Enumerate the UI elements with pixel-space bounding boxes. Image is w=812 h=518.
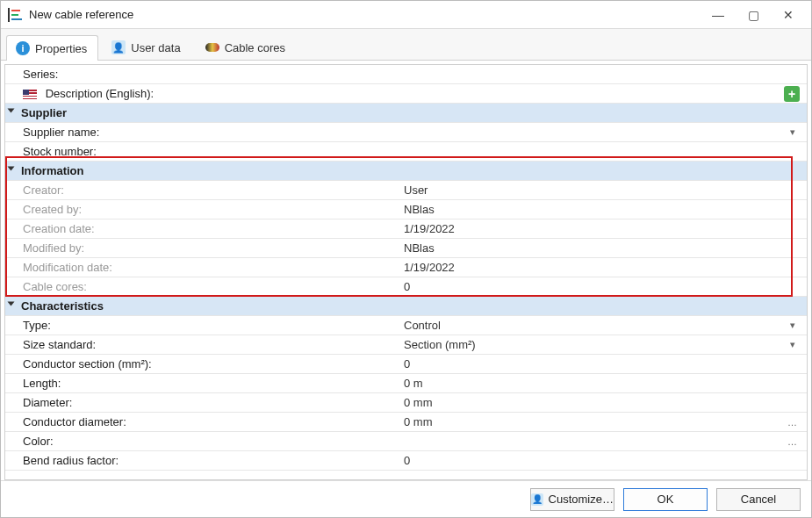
row-bend-radius[interactable]: Bend radius factor: 0 [5,451,807,471]
group-label-characteristics: Characteristics [11,299,388,313]
group-information[interactable]: Information [5,162,807,181]
tab-properties[interactable]: i Properties [6,35,98,61]
value-modification-date: 1/19/2022 [400,261,784,274]
label-created-by: Created by: [23,203,400,216]
label-size-standard: Size standard: [23,338,400,351]
value-size-standard[interactable]: Section (mm²) [400,338,784,351]
row-cable-cores: Cable cores: 0 [5,277,807,297]
value-length[interactable]: 0 m [400,377,784,390]
ok-button[interactable]: OK [623,488,708,511]
row-diameter[interactable]: Diameter: 0 mm [5,393,807,413]
window-title: New cable reference [29,8,701,21]
label-series: Series: [23,68,400,81]
label-creation-date: Creation date: [23,222,400,235]
app-icon [8,8,22,22]
label-length: Length: [23,377,400,390]
row-conductor-section[interactable]: Conductor section (mm²): 0 [5,355,807,374]
maximize-button[interactable]: ▢ [736,3,771,27]
dialog-window: New cable reference — ▢ ✕ i Properties 👤… [0,0,812,518]
tab-bar: i Properties 👤 User data Cable cores [1,29,811,61]
cancel-label: Cancel [741,493,776,506]
row-supplier-name[interactable]: Supplier name: ▾ [5,123,807,142]
dropdown-icon[interactable]: ▾ [784,126,801,138]
value-type[interactable]: Control [400,319,784,332]
value-conductor-diameter[interactable]: 0 mm [400,415,784,428]
dropdown-icon[interactable]: ▾ [784,320,801,331]
collapse-caret-icon [8,109,15,113]
cancel-button[interactable]: Cancel [716,488,801,511]
label-modified-by: Modified by: [23,241,400,255]
tab-label: User data [131,41,180,54]
add-description-button[interactable]: + [784,86,800,102]
property-grid[interactable]: Series: Description (English): + Supplie… [5,65,807,479]
label-conductor-section: Conductor section (mm²): [23,357,400,371]
close-button[interactable]: ✕ [771,3,806,27]
user-icon: 👤 [531,493,543,506]
label-creator: Creator: [23,183,400,197]
row-color[interactable]: Color: … [5,432,807,451]
value-diameter[interactable]: 0 mm [400,396,784,409]
tab-cable-cores[interactable]: Cable cores [196,34,297,60]
row-modified-by: Modified by: NBlas [5,239,807,258]
row-series[interactable]: Series: [5,65,807,84]
row-modification-date: Modification date: 1/19/2022 [5,258,807,277]
minimize-button[interactable]: — [701,3,736,27]
label-diameter: Diameter: [23,396,400,409]
row-created-by: Created by: NBlas [5,200,807,219]
ok-label: OK [658,493,674,506]
user-icon: 👤 [111,40,126,54]
group-label-supplier: Supplier [11,106,388,119]
collapse-caret-icon [8,167,15,171]
row-creator: Creator: User [5,181,807,200]
row-description[interactable]: Description (English): + [5,84,807,104]
group-label-information: Information [11,164,388,177]
value-conductor-section[interactable]: 0 [400,357,784,371]
titlebar: New cable reference — ▢ ✕ [1,1,811,29]
collapse-caret-icon [8,302,15,306]
dialog-footer: 👤 Customize… OK Cancel [1,480,811,517]
tab-user-data[interactable]: 👤 User data [102,34,191,60]
label-stock-number: Stock number: [23,145,400,158]
row-conductor-diameter[interactable]: Conductor diameter: 0 mm … [5,413,807,432]
label-modification-date: Modification date: [23,261,400,274]
value-created-by: NBlas [400,203,784,216]
flag-us-icon [23,90,37,99]
label-color: Color: [23,435,400,448]
value-modified-by: NBlas [400,241,784,255]
row-length[interactable]: Length: 0 m [5,374,807,393]
label-conductor-diameter: Conductor diameter: [23,415,400,428]
value-cable-cores: 0 [400,280,784,293]
tab-label: Properties [35,42,87,55]
cable-cores-icon [205,43,219,52]
row-stock-number[interactable]: Stock number: [5,142,807,162]
row-type[interactable]: Type: Control ▾ [5,316,807,335]
dropdown-icon[interactable]: ▾ [784,339,801,350]
label-description: Description (English): [46,87,154,100]
row-creation-date: Creation date: 1/19/2022 [5,219,807,239]
value-creator: User [400,183,784,197]
more-button[interactable]: … [784,436,801,447]
group-characteristics[interactable]: Characteristics [5,297,807,316]
customize-label: Customize… [549,493,614,506]
label-bend-radius: Bend radius factor: [23,454,400,467]
group-supplier[interactable]: Supplier [5,104,807,123]
label-supplier-name: Supplier name: [23,126,400,139]
label-type: Type: [23,319,400,332]
value-creation-date: 1/19/2022 [400,222,784,235]
customize-button[interactable]: 👤 Customize… [530,488,614,511]
tab-label: Cable cores [225,41,285,54]
value-bend-radius[interactable]: 0 [400,454,784,467]
info-icon: i [16,41,30,55]
more-button[interactable]: … [784,417,801,428]
row-size-standard[interactable]: Size standard: Section (mm²) ▾ [5,335,807,355]
label-cable-cores: Cable cores: [23,280,400,293]
